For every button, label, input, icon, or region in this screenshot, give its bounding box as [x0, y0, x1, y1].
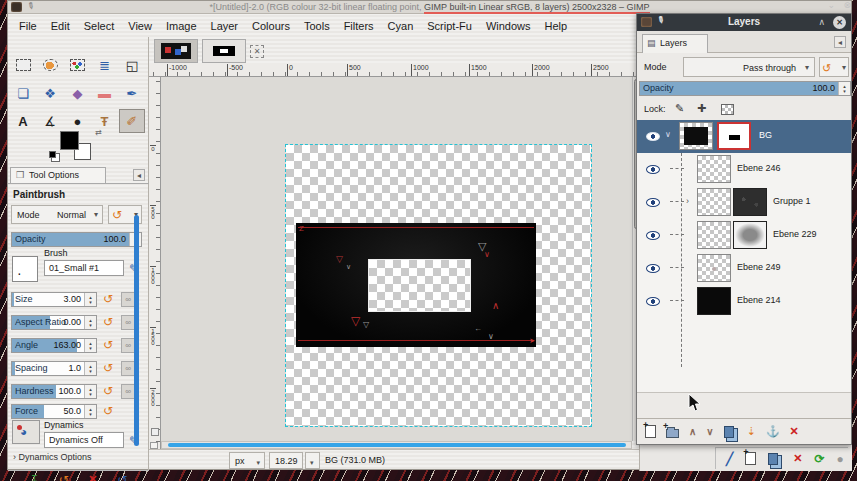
layer-name[interactable]: BG	[759, 130, 772, 140]
vertical-ruler[interactable]: 0 500 1000 1500 2000	[149, 77, 161, 449]
layers-tab[interactable]: Layers	[642, 34, 708, 53]
tool-options-tab-menu-icon[interactable]	[133, 169, 145, 181]
hardness-slider[interactable]: Hardness 100.0	[11, 384, 97, 399]
delete-preset-icon[interactable]	[88, 473, 97, 481]
anchor-layer-icon[interactable]	[766, 425, 780, 438]
image-tab-1[interactable]	[154, 39, 198, 63]
lock-pixels-icon[interactable]	[675, 102, 684, 115]
lock-position-icon[interactable]	[697, 102, 706, 115]
spinner-arrows-icon[interactable]	[838, 82, 850, 95]
close-icon[interactable]	[833, 16, 846, 29]
lock-alpha-icon[interactable]	[721, 104, 734, 115]
refresh-item-icon[interactable]	[814, 452, 824, 466]
cage-transform-tool-icon[interactable]: ❖	[37, 81, 63, 105]
collapse-icon[interactable]	[818, 17, 825, 27]
tool-options-tab[interactable]: Tool Options	[10, 167, 106, 183]
reset-hardness-icon[interactable]	[103, 384, 113, 398]
layers-window-titlebar[interactable]: Layers	[637, 14, 851, 31]
restore-preset-icon[interactable]	[59, 473, 69, 481]
menu-windows[interactable]: Windows	[486, 20, 531, 32]
new-layer-icon[interactable]	[645, 425, 656, 438]
opacity-slider[interactable]: Opacity 100.0	[11, 232, 142, 247]
layer-name[interactable]: Ebene 249	[737, 262, 781, 272]
canvas-viewport[interactable]: ▽ ∨ ▽ ∨ ▽ ▽ ∧ ← ∨	[161, 77, 632, 441]
new-group-icon[interactable]	[666, 429, 679, 438]
group-thumbnail[interactable]	[733, 188, 767, 216]
free-select-tool-icon[interactable]	[37, 53, 63, 77]
group-expander-icon[interactable]	[686, 196, 689, 206]
raise-item-icon[interactable]	[837, 452, 844, 466]
layer-mask-thumbnail[interactable]	[733, 221, 767, 249]
link-spacing-icon[interactable]	[121, 361, 135, 376]
zoom-dropdown[interactable]: ▾	[305, 452, 320, 469]
foreground-color-swatch[interactable]	[60, 131, 79, 150]
layer-name[interactable]: Ebene 246	[737, 163, 781, 173]
default-colors-icon[interactable]	[49, 151, 56, 158]
paintbrush-tool-icon[interactable]: ✐	[119, 109, 145, 133]
fg-bg-color-swatch[interactable]	[58, 131, 104, 165]
spinner-arrows-icon[interactable]	[84, 385, 96, 398]
horizontal-ruler[interactable]: -1000 -500 0 500 1000 1500 2000 2500	[149, 63, 639, 77]
layer-thumbnail[interactable]	[697, 155, 731, 183]
delete-layer-icon[interactable]	[790, 425, 799, 438]
layer-name[interactable]: Ebene 214	[737, 295, 781, 305]
dashed-close-icon[interactable]	[250, 45, 264, 58]
link-size-icon[interactable]	[121, 292, 135, 307]
spinner-arrows-icon[interactable]	[84, 339, 96, 352]
menu-edit[interactable]: Edit	[51, 20, 70, 32]
brush-preview[interactable]	[12, 256, 38, 282]
visibility-eye-icon[interactable]	[646, 264, 660, 273]
shear-tool-icon[interactable]: ◆	[64, 81, 90, 105]
measure-tool-icon[interactable]: ∡	[37, 109, 63, 133]
spacing-slider[interactable]: Spacing 1.0	[11, 361, 97, 376]
zoom-entry[interactable]: 18.29	[269, 452, 303, 469]
force-slider[interactable]: Force 50.0	[11, 404, 97, 419]
layer-name[interactable]: Gruppe 1	[773, 196, 811, 206]
layer-mode-reset-button[interactable]: ▾	[819, 57, 849, 77]
eraser-tool-icon[interactable]: ▬	[92, 81, 118, 105]
visibility-eye-icon[interactable]	[646, 198, 660, 207]
menu-file[interactable]: File	[19, 20, 37, 32]
menu-tools[interactable]: Tools	[304, 20, 330, 32]
reset-angle-icon[interactable]	[103, 338, 113, 352]
dynamics-preview[interactable]	[12, 420, 40, 444]
edit-item-icon[interactable]	[726, 452, 733, 466]
aspect-ratio-slider[interactable]: Aspect Ratio 0.00	[11, 315, 97, 330]
layer-row-ebene249[interactable]: Ebene 249	[637, 252, 851, 285]
reset-size-icon[interactable]	[103, 292, 113, 306]
dynamics-options-expander[interactable]: Dynamics Options	[13, 452, 92, 462]
merge-down-icon[interactable]	[747, 425, 756, 438]
select-by-colour-tool-icon[interactable]	[64, 53, 90, 77]
paint-mode-dropdown[interactable]: Mode Normal ▾	[11, 205, 103, 224]
menu-cyan[interactable]: Cyan	[388, 20, 414, 32]
tool-options-scrollbar[interactable]	[134, 215, 139, 446]
duplicate-layer-icon[interactable]	[724, 426, 734, 438]
link-angle-icon[interactable]	[121, 338, 135, 353]
spinner-arrows-icon[interactable]	[84, 362, 96, 375]
layer-name[interactable]: Ebene 229	[773, 229, 817, 239]
align-tool-icon[interactable]: ≣	[92, 53, 118, 77]
layer-thumbnail[interactable]	[697, 221, 731, 249]
spinner-arrows-icon[interactable]	[84, 293, 96, 306]
text-tool-icon[interactable]: A	[10, 109, 36, 133]
menu-image[interactable]: Image	[166, 20, 197, 32]
save-preset-icon[interactable]	[30, 473, 39, 481]
menu-colours[interactable]: Colours	[252, 20, 290, 32]
image-tab-2[interactable]	[202, 39, 246, 63]
layer-thumbnail[interactable]	[697, 254, 731, 282]
layer-thumbnail[interactable]	[697, 287, 731, 315]
swap-colors-icon[interactable]	[95, 128, 102, 137]
raise-layer-icon[interactable]	[689, 426, 696, 437]
menu-scriptfu[interactable]: Script-Fu	[427, 20, 472, 32]
visibility-eye-icon[interactable]	[646, 231, 660, 240]
spinner-arrows-icon[interactable]	[84, 316, 96, 329]
angle-slider[interactable]: Angle 163.00	[11, 338, 97, 353]
scrollbar-thumb[interactable]	[168, 443, 626, 447]
dynamics-field[interactable]: Dynamics Off	[44, 432, 124, 448]
layer-row-ebene214[interactable]: Ebene 214	[637, 285, 851, 318]
visibility-eye-icon[interactable]	[646, 132, 660, 141]
duplicate-item-icon[interactable]	[768, 453, 778, 465]
layer-thumbnail[interactable]	[697, 188, 731, 216]
layer-opacity-slider[interactable]: Opacity 100.0	[639, 81, 851, 96]
menu-filters[interactable]: Filters	[344, 20, 374, 32]
